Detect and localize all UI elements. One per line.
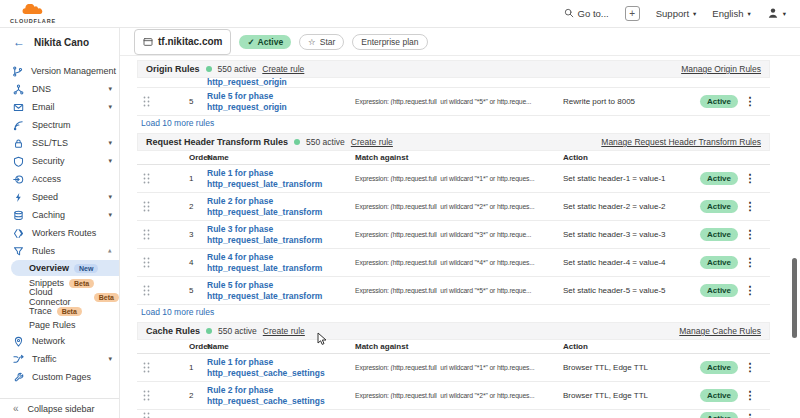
rule-name-link[interactable]: Rule 3 for phasehttp_request_late_transf… [207,224,355,245]
rule-name-link[interactable]: Rule 2 for phasehttp_request_late_transf… [207,196,355,217]
zone-domain: tf.nikitac.com [158,36,222,47]
kebab-menu-icon[interactable]: ⋮ [745,256,756,269]
kebab-menu-icon[interactable]: ⋮ [745,389,756,402]
drag-handle[interactable] [141,173,189,184]
drag-handle[interactable] [141,201,189,212]
status-badge: Active [700,284,738,297]
kebab-menu-icon[interactable]: ⋮ [745,284,756,297]
sidebar-item-rules[interactable]: Rules ▾ [0,242,119,260]
beta-badge: Beta [94,293,119,302]
rule-order: 2 [189,391,207,400]
language-menu[interactable]: English ▾ [712,8,750,19]
rule-name-link[interactable]: Rule 4 for phasehttp_request_late_transf… [207,252,355,273]
drag-handle[interactable] [141,257,189,268]
sidebar-item-version-management[interactable]: Version Management [0,62,119,80]
rule-name-link[interactable]: http_request_origin [207,78,355,88]
col-action: Action [563,342,700,351]
rule-name-link[interactable]: Rule 5 for phasehttp_request_late_transf… [207,280,355,301]
go-to-search[interactable]: Go to... [564,8,609,20]
kebab-menu-icon[interactable]: ⋮ [745,172,756,185]
sidebar-item-traffic[interactable]: Traffic ▾ [0,350,119,368]
drag-handle[interactable] [141,362,189,373]
rule-name-link[interactable]: Rule 1 for phasehttp_request_cache_setti… [207,357,355,378]
sidebar-item-speed[interactable]: Speed ▾ [0,188,119,206]
table-row-partial: http_request_origin [137,78,770,88]
check-icon: ✓ [247,37,254,47]
rule-name-link[interactable]: Rule 5 for phasehttp_request_origin [207,91,355,112]
drag-handle[interactable] [141,96,189,107]
top-bar: CLOUDFLARE Go to... + Support ▾ English … [0,0,800,28]
sidebar-item-dns[interactable]: DNS ▾ [0,80,119,98]
site-icon [143,33,153,51]
rule-order: 1 [189,174,207,183]
support-menu[interactable]: Support ▾ [656,8,697,19]
drag-handle[interactable] [141,229,189,240]
active-count: 550 active [218,326,257,336]
user-icon [767,7,779,21]
support-label: Support [656,8,689,19]
back-arrow-icon[interactable]: ← [13,35,25,49]
col-match: Match against [355,342,563,351]
collapse-sidebar-button[interactable]: « Collapse sidebar [0,398,119,418]
rule-match: Expression: (http.request.full_uri wildc… [355,287,563,294]
chevron-down-icon: ▾ [108,85,112,93]
sidebar-item-security[interactable]: Security ▾ [0,152,119,170]
star-button[interactable]: ☆ Star [299,34,344,50]
beta-badge: Beta [57,307,82,316]
rule-action: Set static header-5 = value-5 [563,286,700,295]
table-row: 3 Rule 3 for phasehttp_request_late_tran… [137,221,770,249]
drag-handle[interactable] [141,390,189,401]
load-more-link[interactable]: Load 10 more rules [137,305,770,319]
sidebar-item-rules-overview[interactable]: Overview New [11,260,119,276]
table-row: 2 Rule 2 for phasehttp_request_late_tran… [137,193,770,221]
sidebar-item-email[interactable]: Email ▾ [0,98,119,116]
sidebar-item-custom-pages[interactable]: Custom Pages [0,368,119,386]
branch-icon [12,66,23,77]
sidebar-item-ssl-tls[interactable]: SSL/TLS ▾ [0,134,119,152]
zone-bar: tf.nikitac.com ✓ Active ☆ Star Enterpris… [120,28,800,56]
manage-cache-rules-link[interactable]: Manage Cache Rules [679,326,761,336]
cloudflare-logo[interactable]: CLOUDFLARE [10,2,56,25]
chevron-down-icon: ▾ [108,355,112,363]
dns-icon [12,84,24,95]
col-order: Order [189,342,207,351]
add-site-button[interactable]: + [625,6,640,21]
sidebar-item-network[interactable]: Network [0,332,119,350]
kebab-menu-icon[interactable]: ⋮ [745,361,756,374]
status-badge: Active [700,95,738,108]
drag-handle[interactable] [141,285,189,296]
col-name: Name [207,153,355,162]
sidebar-item-access[interactable]: Access [0,170,119,188]
create-rule-link[interactable]: Create rule [351,137,393,147]
create-rule-link[interactable]: Create rule [263,326,305,336]
kebab-menu-icon[interactable]: ⋮ [745,228,756,241]
manage-transform-rules-link[interactable]: Manage Request Header Transform Rules [601,137,761,147]
rule-name-link[interactable]: Rule 2 for phasehttp_request_cache_setti… [207,385,355,406]
rule-match: Expression: (http.request.full_uri wildc… [355,203,563,210]
email-icon [12,102,24,113]
lock-icon [12,138,24,149]
zone-domain-chip: tf.nikitac.com [134,29,231,55]
vertical-scrollbar[interactable] [792,258,797,338]
sidebar-item-rules-page-rules[interactable]: Page Rules [0,318,119,332]
kebab-menu-icon[interactable]: ⋮ [745,95,756,108]
traffic-split-icon [12,354,24,365]
kebab-menu-icon[interactable]: ⋮ [745,200,756,213]
sidebar-item-caching[interactable]: Caching ▾ [0,206,119,224]
table-row: 4 Rule 4 for phasehttp_request_late_tran… [137,249,770,277]
drag-handle[interactable] [141,412,189,418]
account-name: Nikita Cano [34,37,89,48]
user-menu[interactable]: ▾ [767,7,786,21]
manage-origin-rules-link[interactable]: Manage Origin Rules [681,64,761,74]
rule-order: 3 [189,230,207,239]
create-rule-link[interactable]: Create rule [262,64,304,74]
sidebar-item-rules-cloud-connector[interactable]: Cloud Connector Beta [0,290,119,304]
rule-action: Set static header-3 = value-3 [563,230,700,239]
kebab-menu-icon[interactable]: ⋮ [745,412,756,418]
workers-icon [12,228,24,239]
load-more-link[interactable]: Load 10 more rules [137,116,770,130]
sidebar-item-workers-routes[interactable]: Workers Routes [0,224,119,242]
rule-name-link[interactable]: Rule 1 for phasehttp_request_late_transf… [207,168,355,189]
sidebar-item-spectrum[interactable]: Spectrum [0,116,119,134]
chevron-down-icon: ▾ [747,10,750,18]
